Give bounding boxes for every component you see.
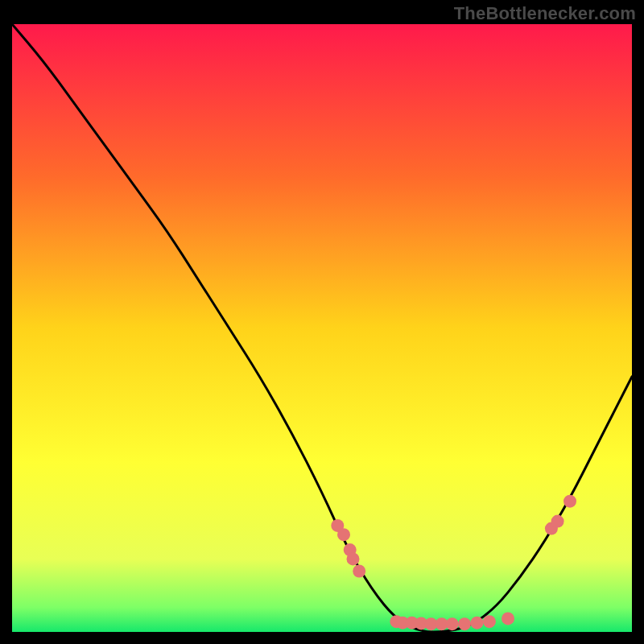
data-point bbox=[347, 552, 360, 565]
data-point bbox=[446, 617, 459, 630]
chart-container: TheBottlenecker.com bbox=[0, 0, 644, 644]
data-point bbox=[353, 565, 365, 578]
data-point bbox=[564, 495, 576, 508]
gradient-background bbox=[12, 24, 632, 632]
data-point bbox=[471, 617, 484, 630]
data-point bbox=[337, 528, 350, 541]
bottleneck-chart bbox=[12, 24, 632, 632]
data-point bbox=[483, 615, 496, 628]
watermark-text: TheBottlenecker.com bbox=[454, 3, 636, 24]
data-point bbox=[458, 617, 471, 630]
data-point bbox=[502, 612, 514, 625]
data-point bbox=[551, 515, 564, 528]
